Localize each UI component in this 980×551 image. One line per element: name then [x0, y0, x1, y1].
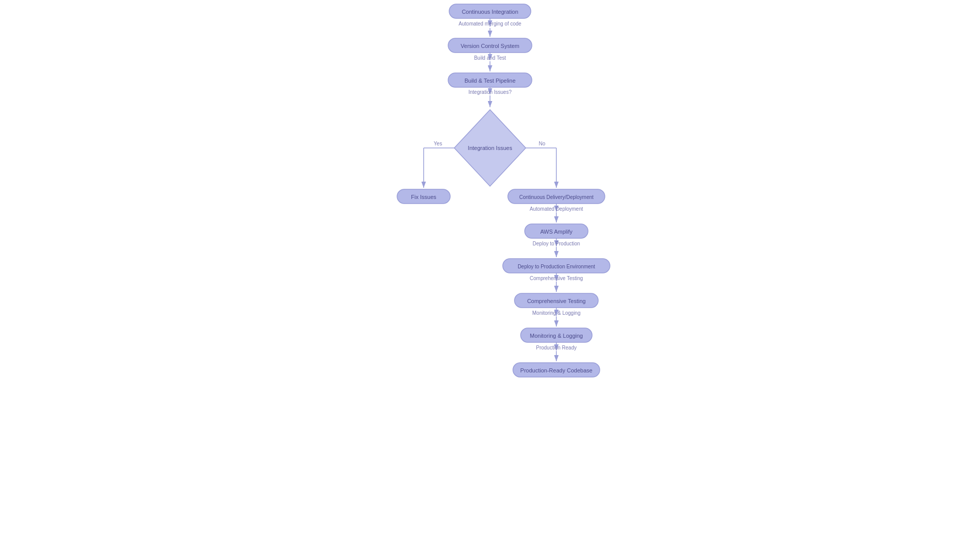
text-aws-amplify: AWS Amplify [540, 229, 573, 235]
text-version-control: Version Control System [461, 43, 520, 49]
label-deploy-production: Deploy to Production [533, 241, 580, 246]
label-automated-merging: Automated merging of code [459, 21, 522, 27]
text-production-ready-codebase: Production-Ready Codebase [520, 367, 592, 373]
label-automated-deployment: Automated Deployment [530, 206, 583, 212]
text-monitoring-logging: Monitoring & Logging [530, 333, 583, 339]
label-comp-testing-1: Comprehensive Testing [530, 276, 583, 281]
label-no: No [539, 141, 546, 146]
label-monitoring-logging-1: Monitoring & Logging [532, 310, 581, 316]
text-diamond: Integration Issues [468, 145, 512, 151]
main-flowchart-svg: Continuous Integration Automated merging… [362, 0, 618, 551]
text-continuous-delivery: Continuous Delivery/Deployment [519, 194, 594, 200]
text-deploy-prod-env: Deploy to Production Environment [518, 264, 595, 269]
text-fix-issues: Fix Issues [411, 194, 436, 200]
text-continuous-integration: Continuous Integration [462, 9, 519, 15]
label-production-ready: Production Ready [536, 345, 577, 350]
label-yes: Yes [434, 141, 442, 146]
text-build-test-pipeline: Build & Test Pipeline [464, 78, 516, 84]
text-comprehensive-testing: Comprehensive Testing [527, 298, 586, 304]
label-integration-issues-q: Integration Issues? [469, 89, 512, 95]
label-build-test: Build and Test [474, 55, 506, 61]
